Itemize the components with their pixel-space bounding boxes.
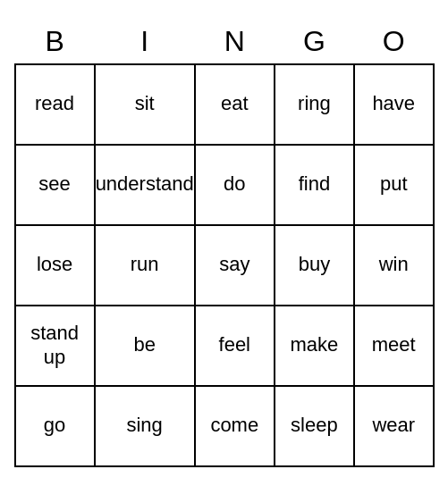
bingo-cell: sing xyxy=(95,386,195,466)
table-row: standupbefeelmakemeet xyxy=(15,306,434,386)
bingo-cell: sleep xyxy=(275,386,354,466)
bingo-cell: go xyxy=(15,386,95,466)
bingo-cell: come xyxy=(195,386,275,466)
bingo-cell: make xyxy=(275,306,354,386)
bingo-cell: read xyxy=(15,64,95,145)
bingo-cell: eat xyxy=(195,64,275,145)
bingo-cell: find xyxy=(275,145,354,225)
bingo-cell: see xyxy=(15,145,95,225)
bingo-cell: run xyxy=(95,225,195,306)
table-row: gosingcomesleepwear xyxy=(15,386,434,466)
table-row: seeunderstanddofindput xyxy=(15,145,434,225)
bingo-cell: feel xyxy=(195,306,275,386)
bingo-cell: ring xyxy=(275,64,354,145)
bingo-cell: win xyxy=(354,225,434,306)
bingo-cell: meet xyxy=(354,306,434,386)
bingo-cell: wear xyxy=(354,386,434,466)
header-cell-g: G xyxy=(275,20,354,64)
bingo-card: BINGO readsiteatringhaveseeunderstanddof… xyxy=(14,20,435,467)
bingo-cell: say xyxy=(195,225,275,306)
header-cell-i: I xyxy=(95,20,195,64)
bingo-cell: sit xyxy=(95,64,195,145)
bingo-cell: put xyxy=(354,145,434,225)
bingo-cell: understand xyxy=(95,145,195,225)
table-row: loserunsaybuywin xyxy=(15,225,434,306)
bingo-cell: do xyxy=(195,145,275,225)
bingo-cell: lose xyxy=(15,225,95,306)
header-cell-o: O xyxy=(354,20,434,64)
bingo-cell: standup xyxy=(15,306,95,386)
bingo-cell: buy xyxy=(275,225,354,306)
table-row: readsiteatringhave xyxy=(15,64,434,145)
header-row: BINGO xyxy=(15,20,434,64)
bingo-cell: have xyxy=(354,64,434,145)
header-cell-b: B xyxy=(15,20,95,64)
bingo-cell: be xyxy=(95,306,195,386)
header-cell-n: N xyxy=(195,20,275,64)
